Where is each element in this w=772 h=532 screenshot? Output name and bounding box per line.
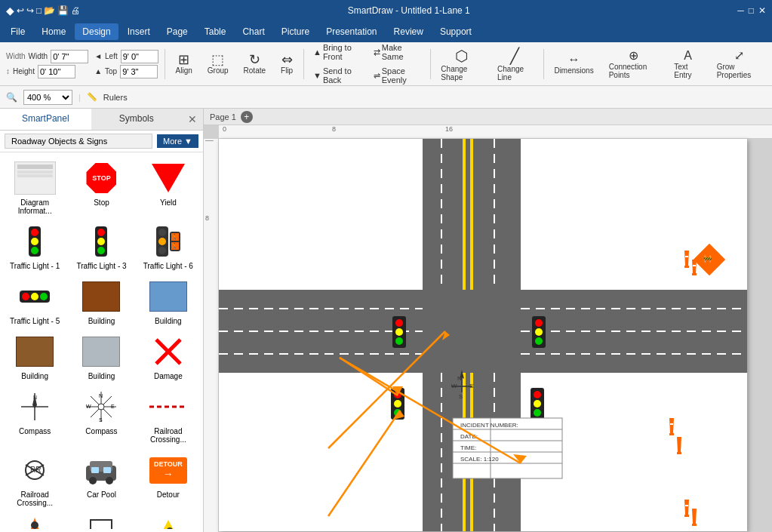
menu-picture[interactable]: Picture (274, 23, 317, 40)
smartpanel-tab[interactable]: SmartPanel (0, 109, 91, 130)
window-controls: ─ □ ✕ (737, 5, 766, 16)
grow-properties-button[interactable]: ⤢ Grow Properties (712, 47, 766, 81)
grow-icon: ⤢ (734, 48, 744, 63)
symbol-railroad[interactable]: Railroad Crossing... (137, 384, 200, 447)
group-icon: ⬚ (211, 53, 224, 66)
align-button[interactable]: ⊞ Align (171, 51, 197, 76)
text-entry-button[interactable]: A Text Entry (669, 48, 706, 81)
save-icon[interactable]: 💾 (57, 5, 69, 16)
svg-rect-89 (669, 433, 674, 435)
category-button[interactable]: Roadway Objects & Signs (5, 134, 152, 149)
railroad2-icon: RR (16, 459, 54, 481)
bring-front-icon: ▲ (313, 48, 321, 57)
symbol-stop[interactable]: STOP Stop (69, 155, 133, 219)
open-icon[interactable]: 📂 (44, 5, 55, 16)
change-line-icon: ╱ (510, 47, 519, 65)
left-label: Left (105, 52, 118, 60)
symbol-flagman[interactable]: Flag Man Ahead (3, 511, 66, 529)
svg-text:S: S (459, 393, 463, 400)
symbol-diagram-info[interactable]: Diagram Informat... (3, 155, 66, 219)
group-button[interactable]: ⬚ Group (203, 51, 233, 76)
symbol-damage[interactable]: Damage (137, 329, 200, 384)
menu-design[interactable]: Design (75, 23, 118, 40)
order-group: ▲ Bring to Front ▼ Send to Back (310, 42, 364, 86)
symbol-highshield[interactable]: High Shield (69, 511, 133, 529)
zoom-select[interactable]: 400 % 200 % 100 % 75 % 50 % (23, 90, 72, 105)
symbol-building-brown2[interactable]: Building (3, 329, 66, 384)
symbols-tab[interactable]: Symbols (91, 109, 183, 130)
close-btn[interactable]: ✕ (758, 5, 766, 16)
svg-point-62 (535, 337, 543, 345)
svg-text:RR: RR (30, 466, 41, 474)
panel-close-button[interactable]: ✕ (182, 109, 203, 130)
more-button[interactable]: More ▼ (157, 134, 198, 148)
symbol-row-6: RR Railroad Crossing... (3, 447, 200, 511)
maximize-btn[interactable]: □ (749, 5, 754, 16)
symbol-railroad2[interactable]: RR Railroad Crossing... (3, 447, 66, 511)
minimize-btn[interactable]: ─ (737, 5, 744, 16)
undo-icon[interactable]: ↩ (17, 5, 24, 16)
rulers-label[interactable]: Rulers (103, 93, 128, 102)
symbol-menworking[interactable]: Men Working (137, 511, 200, 529)
change-shape-button[interactable]: ⬡ Change Shape (436, 45, 487, 83)
menu-chart[interactable]: Chart (235, 23, 272, 40)
symbol-yield[interactable]: YIELD Yield (137, 155, 200, 219)
height-label-text: Height (13, 67, 35, 75)
drawing-canvas[interactable]: ↩ ↩ ↩ ↩ 🚧 (219, 139, 747, 531)
flip-button[interactable]: ⇔ Flip (276, 51, 297, 76)
space-evenly-button[interactable]: ⇌ Space Evenly (371, 65, 424, 86)
canvas-with-ruler: │ 8 (204, 139, 772, 532)
symbol-detour[interactable]: DETOUR → Detour (137, 447, 200, 511)
carpool-icon (82, 455, 120, 485)
menu-file[interactable]: File (3, 23, 32, 40)
svg-rect-90 (670, 423, 673, 425)
width-input[interactable] (51, 50, 88, 63)
building-gray-icon (82, 337, 120, 367)
symbol-traffic-light-5[interactable]: Traffic Light - 5 (3, 274, 66, 329)
symbol-scroll-area[interactable]: Diagram Informat... STOP Stop (3, 155, 200, 529)
menu-table[interactable]: Table (197, 23, 234, 40)
symbol-building-gray[interactable]: Building (69, 329, 133, 384)
change-line-button[interactable]: ╱ Change Line (493, 45, 537, 83)
menu-bar: File Home Design Insert Page Table Chart… (0, 21, 772, 42)
svg-marker-77 (684, 251, 689, 266)
symbol-compass2[interactable]: N S W E Compass (69, 384, 133, 447)
symbol-traffic-light-1[interactable]: Traffic Light - 1 (3, 219, 66, 274)
left-input[interactable] (121, 50, 158, 63)
print-icon[interactable]: 🖨 (71, 5, 80, 16)
app-icon: ◆ (6, 5, 14, 17)
symbol-carpool[interactable]: Car Pool (69, 447, 133, 511)
menu-support[interactable]: Support (432, 23, 479, 40)
symbol-traffic-light-3[interactable]: Traffic Light - 3 (69, 219, 133, 274)
menu-home[interactable]: Home (34, 23, 73, 40)
connection-points-button[interactable]: ⊕ Connection Points (604, 47, 664, 81)
send-to-back-button[interactable]: ▼ Send to Back (310, 65, 364, 86)
menu-presentation[interactable]: Presentation (318, 23, 384, 40)
svg-point-23 (106, 477, 113, 484)
svg-point-65 (394, 400, 401, 407)
make-same-button[interactable]: ⇄ Make Same (371, 42, 424, 63)
space-icon: ⇌ (374, 71, 380, 81)
rotate-icon: ↻ (249, 53, 260, 66)
traffic-light-5-icon (20, 291, 50, 303)
height-input[interactable] (38, 65, 75, 78)
rotate-button[interactable]: ↻ Rotate (239, 51, 270, 76)
redo-icon[interactable]: ↪ (26, 5, 34, 16)
dimensions-button[interactable]: ↔ Dimensions (549, 51, 598, 76)
make-group: ⇄ Make Same ⇌ Space Evenly (371, 42, 424, 86)
symbol-building-blue[interactable]: Building (137, 274, 200, 329)
canvas-area[interactable]: Page 1 + 0 8 16 │ 8 (204, 109, 772, 532)
symbol-row-4: Building Building (3, 329, 200, 384)
symbol-building-brown[interactable]: Building (69, 274, 133, 329)
menu-review[interactable]: Review (386, 23, 431, 40)
width-label: Width (6, 52, 26, 60)
add-page-button[interactable]: + (241, 111, 253, 123)
menu-page[interactable]: Page (159, 23, 195, 40)
top-input[interactable] (120, 65, 158, 78)
compass-icon: N (20, 392, 50, 422)
menu-insert[interactable]: Insert (120, 23, 158, 40)
symbol-compass[interactable]: N Compass (3, 384, 66, 447)
symbol-traffic-light-6[interactable]: 🚶 🚶 Traffic Light - 6 (137, 219, 200, 274)
bring-to-front-button[interactable]: ▲ Bring to Front (310, 42, 364, 63)
new-icon[interactable]: □ (36, 5, 42, 16)
